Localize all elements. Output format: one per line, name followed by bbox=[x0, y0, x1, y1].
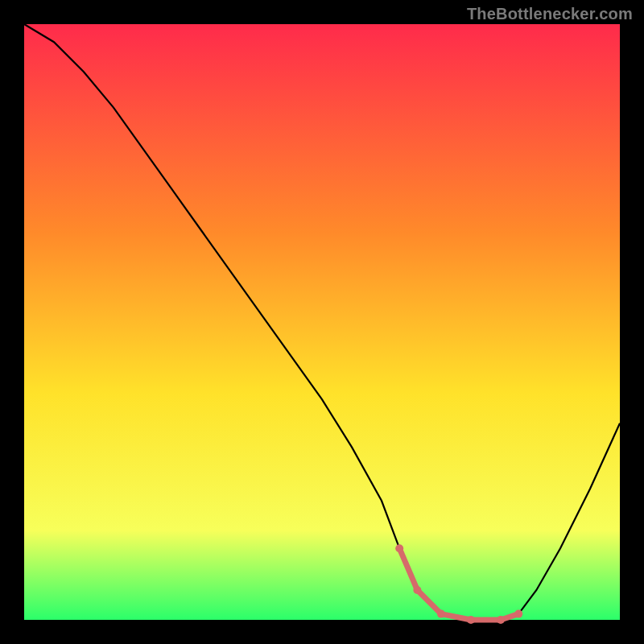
attribution-text: TheBottlenecker.com bbox=[467, 5, 633, 23]
bottleneck-chart bbox=[0, 0, 644, 644]
highlight-marker bbox=[395, 544, 403, 552]
highlight-marker bbox=[413, 586, 421, 594]
plot-background bbox=[24, 24, 620, 620]
chart-frame: { "attribution": "TheBottlenecker.com", … bbox=[0, 0, 644, 644]
highlight-marker bbox=[497, 616, 505, 624]
highlight-marker bbox=[514, 610, 522, 618]
highlight-marker bbox=[437, 610, 445, 618]
highlight-marker bbox=[467, 616, 475, 624]
